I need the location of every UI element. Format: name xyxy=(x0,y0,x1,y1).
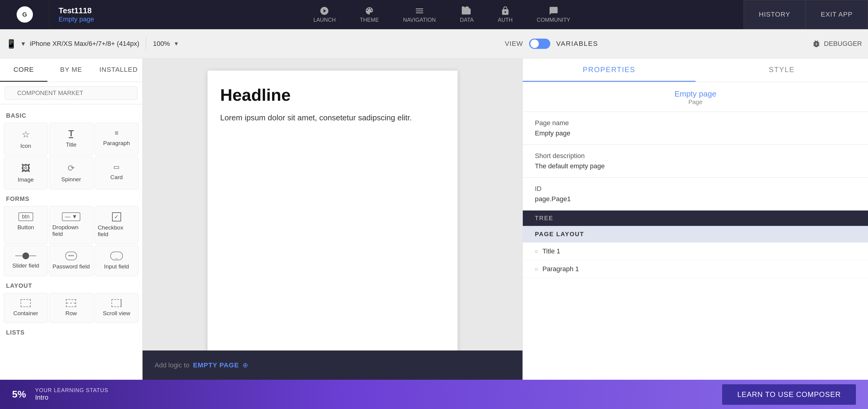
canvas-scroll[interactable]: Headline Lorem ipsum dolor sit amet, con… xyxy=(143,59,523,350)
app-info: Test1118 Empty page xyxy=(50,6,140,23)
nav-theme-label: THEME xyxy=(360,17,379,23)
toolbar-center: VIEW VARIABLES xyxy=(297,39,806,49)
component-dropdown-label: Dropdown field xyxy=(52,224,90,237)
add-logic-text: Add logic to xyxy=(155,361,189,369)
nav-navigation[interactable]: NAVIGATION xyxy=(403,6,435,23)
component-dropdown[interactable]: — ▼ Dropdown field xyxy=(49,206,93,244)
nav-community-label: COMMUNITY xyxy=(537,17,570,23)
scrollview-icon xyxy=(112,299,122,307)
tab-style[interactable]: STYLE xyxy=(695,59,868,82)
nav-launch-label: LAUNCH xyxy=(313,17,336,23)
nav-auth[interactable]: AUTH xyxy=(498,6,513,23)
component-button-label: Button xyxy=(18,224,34,231)
prop-short-desc-value[interactable]: The default empty page xyxy=(535,162,856,170)
app-page[interactable]: Empty page xyxy=(59,15,131,23)
learning-status-value: Intro xyxy=(35,394,108,402)
zoom-selector[interactable]: 100% xyxy=(153,40,170,48)
top-nav-center: LAUNCH THEME NAVIGATION DATA AUTH COMMUN… xyxy=(140,6,744,23)
component-image-label: Image xyxy=(18,176,34,183)
component-button[interactable]: btn Button xyxy=(4,206,48,244)
toggle-knob xyxy=(530,39,539,48)
page-info: Empty page Page xyxy=(523,82,868,112)
device-selector[interactable]: iPhone XR/XS Max/6+/7+/8+ (414px) xyxy=(30,40,140,48)
add-logic-link[interactable]: EMPTY PAGE xyxy=(193,361,239,369)
sidebar-content: BASIC ☆ Icon T̲ Title ≡ Paragraph 🖼 Imag… xyxy=(0,104,142,380)
learning-percent: 5% xyxy=(12,389,26,400)
component-checkbox[interactable]: ✓ Checkbox field xyxy=(95,206,138,244)
component-scrollview[interactable]: Scroll view xyxy=(95,293,138,323)
tree-item-paragraph1[interactable]: ○ Paragraph 1 xyxy=(523,260,868,278)
component-image[interactable]: 🖼 Image xyxy=(4,157,48,190)
debugger-button[interactable]: DEBUGGER xyxy=(812,39,862,48)
toolbar: 📱 ▼ iPhone XR/XS Max/6+/7+/8+ (414px) 10… xyxy=(0,29,868,59)
component-title[interactable]: T̲ Title xyxy=(49,123,93,156)
phone-frame: Headline Lorem ipsum dolor sit amet, con… xyxy=(208,71,458,350)
component-paragraph[interactable]: ≡ Paragraph xyxy=(95,123,138,156)
slider-icon: —⬤— xyxy=(16,251,36,260)
nav-data[interactable]: DATA xyxy=(460,6,473,23)
view-toggle[interactable] xyxy=(529,39,550,49)
tree-item-paragraph1-label: Paragraph 1 xyxy=(542,265,579,273)
component-container-label: Container xyxy=(13,310,38,317)
debugger-label: DEBUGGER xyxy=(824,40,862,48)
section-lists: LISTS xyxy=(0,324,142,338)
prop-page-name-value[interactable]: Empty page xyxy=(535,129,856,137)
component-title-label: Title xyxy=(66,141,76,148)
toolbar-right: DEBUGGER xyxy=(812,39,862,48)
prop-id: ID page.Page1 xyxy=(523,178,868,210)
component-card[interactable]: ▭ Card xyxy=(95,157,138,190)
app-logo[interactable]: G xyxy=(0,0,50,29)
learning-info: YOUR LEARNING STATUS Intro xyxy=(35,387,108,402)
component-row[interactable]: Row xyxy=(49,293,93,323)
layout-grid: Container Row Scroll view xyxy=(0,292,142,324)
component-slider-label: Slider field xyxy=(12,263,39,269)
canvas-body: Lorem ipsum dolor sit amet, consetetur s… xyxy=(220,112,445,124)
canvas-bottom-bar: Add logic to EMPTY PAGE ⊕ xyxy=(143,350,523,380)
prop-page-name-label: Page name xyxy=(535,119,856,127)
image-icon: 🖼 xyxy=(21,163,30,173)
title-icon: T̲ xyxy=(68,129,73,138)
component-container[interactable]: Container xyxy=(4,293,48,323)
tab-properties[interactable]: PROPERTIES xyxy=(523,59,695,82)
debugger-icon xyxy=(812,39,821,48)
tab-installed[interactable]: INSTALLED xyxy=(95,59,142,82)
zoom-chevron-icon[interactable]: ▼ xyxy=(174,41,179,47)
search-input[interactable] xyxy=(5,86,137,100)
prop-id-value[interactable]: page.Page1 xyxy=(535,195,856,203)
learn-button[interactable]: LEARN TO USE COMPOSER xyxy=(722,384,856,405)
component-input[interactable]: _ Input field xyxy=(95,245,138,276)
component-card-label: Card xyxy=(110,174,123,181)
nav-theme[interactable]: THEME xyxy=(360,6,379,23)
right-panel: PROPERTIES STYLE Empty page Page Page na… xyxy=(523,59,868,380)
add-logic-icon[interactable]: ⊕ xyxy=(243,361,248,369)
tree-item-title1-label: Title 1 xyxy=(542,247,560,255)
component-scrollview-label: Scroll view xyxy=(103,310,130,317)
checkbox-icon: ✓ xyxy=(112,212,121,221)
component-spinner[interactable]: ⟳ Spinner xyxy=(49,157,93,190)
forms-grid: btn Button — ▼ Dropdown field ✓ Checkbox… xyxy=(0,205,142,277)
device-dropdown-arrow[interactable]: ▼ xyxy=(20,40,26,47)
sidebar: CORE BY ME INSTALLED 🔍 BASIC ☆ Icon xyxy=(0,59,143,380)
top-nav: G Test1118 Empty page LAUNCH THEME NAVIG… xyxy=(0,0,868,29)
tab-core[interactable]: CORE xyxy=(0,59,48,82)
toolbar-divider-1 xyxy=(146,38,146,50)
component-icon[interactable]: ☆ Icon xyxy=(4,123,48,156)
exit-app-button[interactable]: EXIT APP xyxy=(806,0,868,29)
prop-short-desc-label: Short description xyxy=(535,152,856,160)
component-slider[interactable]: —⬤— Slider field xyxy=(4,245,48,276)
prop-id-label: ID xyxy=(535,185,856,193)
main-layout: CORE BY ME INSTALLED 🔍 BASIC ☆ Icon xyxy=(0,59,868,380)
container-icon xyxy=(21,299,31,307)
page-info-name[interactable]: Empty page xyxy=(674,89,716,99)
nav-community[interactable]: COMMUNITY xyxy=(537,6,570,23)
component-checkbox-label: Checkbox field xyxy=(98,225,135,238)
tab-by-me[interactable]: BY ME xyxy=(48,59,95,82)
variables-label[interactable]: VARIABLES xyxy=(556,40,598,48)
nav-launch[interactable]: LAUNCH xyxy=(313,6,336,23)
dropdown-icon: — ▼ xyxy=(62,212,80,221)
button-icon: btn xyxy=(19,212,33,221)
history-button[interactable]: HISTORY xyxy=(744,0,806,29)
component-password[interactable]: ••• Password field xyxy=(49,245,93,276)
spinner-icon: ⟳ xyxy=(68,163,74,173)
tree-item-title1[interactable]: ○ Title 1 xyxy=(523,242,868,260)
